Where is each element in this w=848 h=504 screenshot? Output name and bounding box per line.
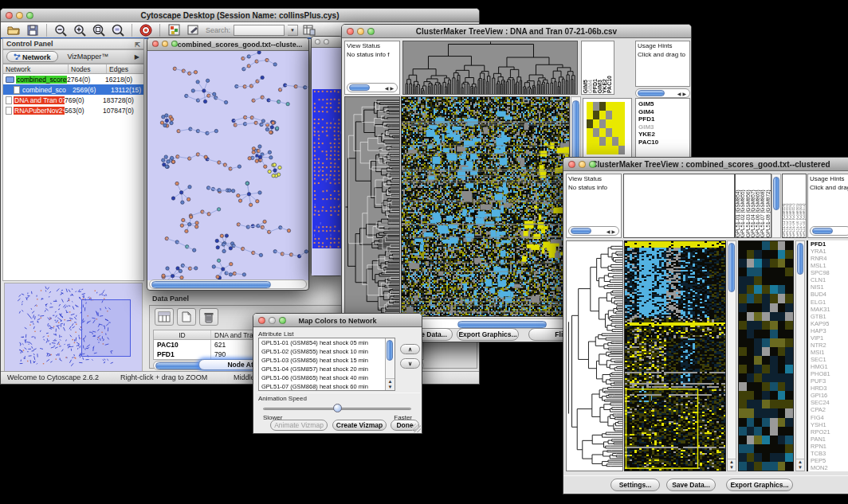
attribute-list-scrollbar[interactable]: ▲▼ <box>385 338 395 390</box>
network-list-row[interactable]: combined_scores2764(0)16218(0) <box>3 74 143 84</box>
scroll-arrows-icon[interactable]: ◀▶ <box>677 91 688 96</box>
grid-network-titlebar[interactable] <box>312 37 342 48</box>
main-titlebar[interactable]: Cytoscape Desktop (Session Name: collins… <box>1 9 479 22</box>
birdseye-view[interactable] <box>4 283 143 372</box>
zoom-fit-icon[interactable] <box>91 23 107 37</box>
close-button[interactable] <box>347 28 354 35</box>
close-button[interactable] <box>315 39 320 45</box>
resize-grip[interactable] <box>412 424 421 432</box>
close-button[interactable] <box>258 317 265 324</box>
zoom-button[interactable] <box>279 317 286 324</box>
tv1-view-status-scrollbar[interactable]: ◀▶ <box>347 83 398 92</box>
network-view-scrollbar-thumb[interactable] <box>151 281 271 288</box>
treeview1-titlebar[interactable]: ClusterMaker TreeView : DNA and Tran 07-… <box>342 25 691 38</box>
network-list-row[interactable]: RNAPuberNov2+563(0)107847(0) <box>3 105 143 115</box>
column-header-nodes[interactable]: Nodes <box>69 64 107 73</box>
scroll-arrows-icon[interactable]: ◀▶ <box>607 229 617 234</box>
scroll-arrows-icon[interactable]: ▲▼ <box>728 459 736 471</box>
scroll-arrows-icon[interactable]: ◀▶ <box>385 85 395 91</box>
minimize-button[interactable] <box>269 317 276 324</box>
zoom-button[interactable] <box>589 161 596 168</box>
animation-speed-slider-thumb[interactable] <box>333 404 342 412</box>
new-attribute-icon[interactable] <box>177 308 196 326</box>
network-view-titlebar[interactable]: combined_scores_good.txt--cluste... <box>147 38 308 51</box>
network-list-row[interactable]: combined_sco2569(6)13112(15) <box>3 84 143 95</box>
zoom-button[interactable] <box>171 41 178 47</box>
search-input[interactable] <box>234 25 285 36</box>
close-button[interactable] <box>568 161 575 168</box>
zoom-out-icon[interactable] <box>53 23 69 37</box>
tab-network[interactable]: Network <box>6 51 58 62</box>
tv2-vertical-scrollbar-thumb[interactable] <box>728 243 735 292</box>
network-view-scrollbar[interactable] <box>149 279 307 289</box>
tv1-heatmap[interactable] <box>401 96 570 317</box>
tv2-save-data-button[interactable]: Save Data... <box>666 479 716 491</box>
minimize-button[interactable] <box>579 161 586 168</box>
tv1-export-graphics-button[interactable]: Export Graphics... <box>457 328 519 341</box>
close-button[interactable] <box>6 12 13 19</box>
minimize-button[interactable] <box>324 39 329 45</box>
attribute-list-scrollbar-thumb[interactable] <box>387 340 393 361</box>
id-column-header[interactable]: ID <box>154 330 211 339</box>
tv1-usage-hints-scrollbar-thumb[interactable] <box>638 90 665 96</box>
move-up-button[interactable]: ∧ <box>400 344 420 354</box>
animate-vizmap-button[interactable]: Animate Vizmap <box>270 420 328 431</box>
help-lifering-icon[interactable] <box>138 23 154 37</box>
minimize-button[interactable] <box>357 28 364 35</box>
close-button[interactable] <box>152 41 159 47</box>
scroll-arrows-icon[interactable]: ▲▼ <box>796 459 804 471</box>
treeview2-titlebar[interactable]: ClusterMaker TreeView : combined_scores_… <box>563 158 848 171</box>
annotation-icon[interactable] <box>185 23 201 37</box>
tv2-top-scrollbar-thumb[interactable] <box>773 177 779 210</box>
zoom-button[interactable] <box>367 28 375 35</box>
attribute-list-item[interactable]: GPL51-06 (GSM865) heat shock 40 min <box>259 373 395 382</box>
tv2-zoom-scrollbar-thumb[interactable] <box>797 243 803 275</box>
tv2-row-dendrogram[interactable] <box>566 240 623 471</box>
grid-network-view[interactable] <box>312 48 342 275</box>
tv2-heatmap[interactable] <box>624 240 726 471</box>
zoom-in-icon[interactable] <box>72 23 88 37</box>
map-dialog-titlebar[interactable]: Map Colors to Network <box>253 314 422 327</box>
zoom-button[interactable] <box>26 12 33 19</box>
tv1-column-dendrogram[interactable] <box>402 41 578 95</box>
tv2-zoom-heatmap[interactable] <box>738 240 794 471</box>
attribute-browser-icon[interactable] <box>301 23 317 37</box>
column-header-edges[interactable]: Edges <box>107 64 143 73</box>
attribute-list-item[interactable]: GPL51-01 (GSM854) heat shock 05 min <box>259 338 395 347</box>
search-dropdown-icon[interactable]: ▼ <box>288 25 298 36</box>
zoom-selected-icon[interactable] <box>110 23 126 37</box>
open-icon[interactable] <box>6 23 22 37</box>
save-icon[interactable] <box>25 23 41 37</box>
tv2-view-status-scrollbar-thumb[interactable] <box>571 228 591 234</box>
tab-vizmapper[interactable]: VizMapper™ <box>61 51 116 62</box>
move-down-button[interactable]: ∨ <box>400 358 420 369</box>
attribute-list-item[interactable]: GPL51-07 (GSM868) heat shock 60 min <box>259 382 395 391</box>
network-canvas[interactable] <box>147 51 308 280</box>
attribute-list-item[interactable]: GPL51-03 (GSM856) heat shock 15 min <box>259 356 395 365</box>
tv2-export-graphics-button[interactable]: Export Graphics... <box>726 479 793 491</box>
attribute-list-item[interactable]: GPL51-04 (GSM857) heat shock 20 min <box>259 365 395 373</box>
delete-attribute-trash-icon[interactable] <box>199 308 218 326</box>
create-vizmap-button[interactable]: Create Vizmap <box>332 420 387 431</box>
tv2-column-dendrogram-area[interactable] <box>623 174 735 238</box>
tv2-settings-button[interactable]: Settings... <box>610 479 660 491</box>
vizmapper-icon[interactable] <box>166 23 182 37</box>
column-header-network[interactable]: Network <box>3 64 69 73</box>
tab-overflow-icon[interactable]: ▶ <box>135 53 139 61</box>
tv1-row-dendrogram[interactable] <box>344 96 400 317</box>
birdseye-viewport-rect[interactable] <box>81 299 131 357</box>
minimize-button[interactable] <box>16 12 23 19</box>
attribute-select-icon[interactable] <box>155 308 174 326</box>
tv2-zoom-scrollbar[interactable]: ▲▼ <box>795 240 805 471</box>
attribute-list-item[interactable]: GPL51-02 (GSM855) heat shock 10 min <box>259 347 395 356</box>
scroll-arrows-icon[interactable]: ▲▼ <box>386 378 395 390</box>
tv2-usage-hints-scrollbar-thumb[interactable] <box>812 228 833 234</box>
tv1-usage-hints-scrollbar[interactable]: ◀▶ <box>635 88 690 98</box>
tv2-usage-hints-scrollbar[interactable] <box>810 226 848 236</box>
tv2-vertical-scrollbar[interactable]: ▲▼ <box>727 240 736 471</box>
tv2-top-scrollbar[interactable] <box>771 174 781 238</box>
minimize-button[interactable] <box>162 41 168 47</box>
tv1-horizontal-scrollbar-thumb[interactable] <box>457 321 547 328</box>
tv2-view-status-scrollbar[interactable]: ◀▶ <box>568 226 619 236</box>
tv1-view-status-scrollbar-thumb[interactable] <box>349 84 370 91</box>
